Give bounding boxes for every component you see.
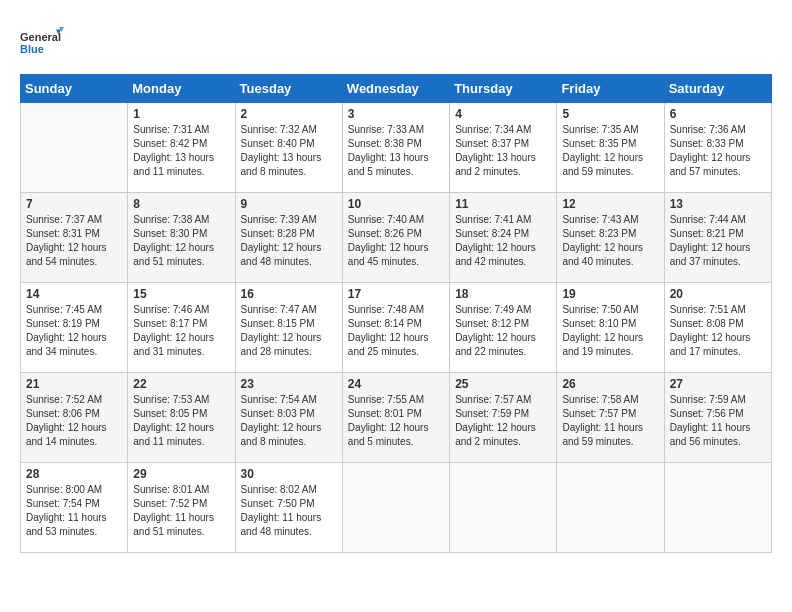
day-number: 15 — [133, 287, 229, 301]
cell-info: Sunrise: 7:58 AMSunset: 7:57 PMDaylight:… — [562, 393, 658, 449]
day-number: 17 — [348, 287, 444, 301]
calendar-week-row: 7 Sunrise: 7:37 AMSunset: 8:31 PMDayligh… — [21, 193, 772, 283]
page-header: General Blue — [20, 20, 772, 64]
day-number: 10 — [348, 197, 444, 211]
calendar-cell: 21 Sunrise: 7:52 AMSunset: 8:06 PMDaylig… — [21, 373, 128, 463]
day-number: 6 — [670, 107, 766, 121]
cell-info: Sunrise: 7:44 AMSunset: 8:21 PMDaylight:… — [670, 213, 766, 269]
day-number: 21 — [26, 377, 122, 391]
cell-info: Sunrise: 7:40 AMSunset: 8:26 PMDaylight:… — [348, 213, 444, 269]
cell-info: Sunrise: 7:45 AMSunset: 8:19 PMDaylight:… — [26, 303, 122, 359]
day-number: 9 — [241, 197, 337, 211]
logo-svg: General Blue — [20, 20, 64, 64]
calendar-week-row: 1 Sunrise: 7:31 AMSunset: 8:42 PMDayligh… — [21, 103, 772, 193]
day-number: 18 — [455, 287, 551, 301]
calendar-cell — [664, 463, 771, 553]
cell-info: Sunrise: 7:37 AMSunset: 8:31 PMDaylight:… — [26, 213, 122, 269]
calendar-cell: 19 Sunrise: 7:50 AMSunset: 8:10 PMDaylig… — [557, 283, 664, 373]
calendar-cell: 9 Sunrise: 7:39 AMSunset: 8:28 PMDayligh… — [235, 193, 342, 283]
calendar-cell: 25 Sunrise: 7:57 AMSunset: 7:59 PMDaylig… — [450, 373, 557, 463]
day-number: 13 — [670, 197, 766, 211]
cell-info: Sunrise: 7:59 AMSunset: 7:56 PMDaylight:… — [670, 393, 766, 449]
calendar-cell: 30 Sunrise: 8:02 AMSunset: 7:50 PMDaylig… — [235, 463, 342, 553]
weekday-header-row: SundayMondayTuesdayWednesdayThursdayFrid… — [21, 75, 772, 103]
calendar-week-row: 28 Sunrise: 8:00 AMSunset: 7:54 PMDaylig… — [21, 463, 772, 553]
calendar-cell — [21, 103, 128, 193]
weekday-header: Sunday — [21, 75, 128, 103]
day-number: 30 — [241, 467, 337, 481]
calendar-cell: 1 Sunrise: 7:31 AMSunset: 8:42 PMDayligh… — [128, 103, 235, 193]
day-number: 2 — [241, 107, 337, 121]
calendar-cell: 3 Sunrise: 7:33 AMSunset: 8:38 PMDayligh… — [342, 103, 449, 193]
calendar-week-row: 14 Sunrise: 7:45 AMSunset: 8:19 PMDaylig… — [21, 283, 772, 373]
cell-info: Sunrise: 8:01 AMSunset: 7:52 PMDaylight:… — [133, 483, 229, 539]
weekday-header: Monday — [128, 75, 235, 103]
calendar-cell: 5 Sunrise: 7:35 AMSunset: 8:35 PMDayligh… — [557, 103, 664, 193]
day-number: 28 — [26, 467, 122, 481]
cell-info: Sunrise: 7:55 AMSunset: 8:01 PMDaylight:… — [348, 393, 444, 449]
cell-info: Sunrise: 7:57 AMSunset: 7:59 PMDaylight:… — [455, 393, 551, 449]
cell-info: Sunrise: 7:47 AMSunset: 8:15 PMDaylight:… — [241, 303, 337, 359]
day-number: 11 — [455, 197, 551, 211]
calendar-cell: 12 Sunrise: 7:43 AMSunset: 8:23 PMDaylig… — [557, 193, 664, 283]
calendar-week-row: 21 Sunrise: 7:52 AMSunset: 8:06 PMDaylig… — [21, 373, 772, 463]
cell-info: Sunrise: 8:00 AMSunset: 7:54 PMDaylight:… — [26, 483, 122, 539]
cell-info: Sunrise: 7:39 AMSunset: 8:28 PMDaylight:… — [241, 213, 337, 269]
weekday-header: Wednesday — [342, 75, 449, 103]
calendar-cell: 2 Sunrise: 7:32 AMSunset: 8:40 PMDayligh… — [235, 103, 342, 193]
cell-info: Sunrise: 7:31 AMSunset: 8:42 PMDaylight:… — [133, 123, 229, 179]
calendar-cell: 23 Sunrise: 7:54 AMSunset: 8:03 PMDaylig… — [235, 373, 342, 463]
calendar-cell: 11 Sunrise: 7:41 AMSunset: 8:24 PMDaylig… — [450, 193, 557, 283]
day-number: 7 — [26, 197, 122, 211]
cell-info: Sunrise: 7:33 AMSunset: 8:38 PMDaylight:… — [348, 123, 444, 179]
day-number: 27 — [670, 377, 766, 391]
cell-info: Sunrise: 7:43 AMSunset: 8:23 PMDaylight:… — [562, 213, 658, 269]
svg-text:Blue: Blue — [20, 43, 44, 55]
day-number: 16 — [241, 287, 337, 301]
cell-info: Sunrise: 7:52 AMSunset: 8:06 PMDaylight:… — [26, 393, 122, 449]
calendar-cell: 18 Sunrise: 7:49 AMSunset: 8:12 PMDaylig… — [450, 283, 557, 373]
cell-info: Sunrise: 7:53 AMSunset: 8:05 PMDaylight:… — [133, 393, 229, 449]
calendar-cell: 16 Sunrise: 7:47 AMSunset: 8:15 PMDaylig… — [235, 283, 342, 373]
day-number: 24 — [348, 377, 444, 391]
cell-info: Sunrise: 8:02 AMSunset: 7:50 PMDaylight:… — [241, 483, 337, 539]
calendar-cell: 29 Sunrise: 8:01 AMSunset: 7:52 PMDaylig… — [128, 463, 235, 553]
cell-info: Sunrise: 7:38 AMSunset: 8:30 PMDaylight:… — [133, 213, 229, 269]
calendar-cell — [450, 463, 557, 553]
calendar-cell — [557, 463, 664, 553]
day-number: 3 — [348, 107, 444, 121]
calendar-cell: 27 Sunrise: 7:59 AMSunset: 7:56 PMDaylig… — [664, 373, 771, 463]
calendar-cell: 13 Sunrise: 7:44 AMSunset: 8:21 PMDaylig… — [664, 193, 771, 283]
calendar-cell: 14 Sunrise: 7:45 AMSunset: 8:19 PMDaylig… — [21, 283, 128, 373]
calendar-cell: 15 Sunrise: 7:46 AMSunset: 8:17 PMDaylig… — [128, 283, 235, 373]
cell-info: Sunrise: 7:41 AMSunset: 8:24 PMDaylight:… — [455, 213, 551, 269]
cell-info: Sunrise: 7:36 AMSunset: 8:33 PMDaylight:… — [670, 123, 766, 179]
weekday-header: Friday — [557, 75, 664, 103]
cell-info: Sunrise: 7:34 AMSunset: 8:37 PMDaylight:… — [455, 123, 551, 179]
cell-info: Sunrise: 7:32 AMSunset: 8:40 PMDaylight:… — [241, 123, 337, 179]
day-number: 29 — [133, 467, 229, 481]
calendar-cell: 7 Sunrise: 7:37 AMSunset: 8:31 PMDayligh… — [21, 193, 128, 283]
calendar-cell: 8 Sunrise: 7:38 AMSunset: 8:30 PMDayligh… — [128, 193, 235, 283]
day-number: 22 — [133, 377, 229, 391]
calendar-cell: 28 Sunrise: 8:00 AMSunset: 7:54 PMDaylig… — [21, 463, 128, 553]
weekday-header: Tuesday — [235, 75, 342, 103]
day-number: 8 — [133, 197, 229, 211]
day-number: 1 — [133, 107, 229, 121]
cell-info: Sunrise: 7:54 AMSunset: 8:03 PMDaylight:… — [241, 393, 337, 449]
day-number: 5 — [562, 107, 658, 121]
cell-info: Sunrise: 7:49 AMSunset: 8:12 PMDaylight:… — [455, 303, 551, 359]
calendar-cell: 4 Sunrise: 7:34 AMSunset: 8:37 PMDayligh… — [450, 103, 557, 193]
logo: General Blue — [20, 20, 64, 64]
calendar-cell — [342, 463, 449, 553]
cell-info: Sunrise: 7:50 AMSunset: 8:10 PMDaylight:… — [562, 303, 658, 359]
weekday-header: Thursday — [450, 75, 557, 103]
day-number: 4 — [455, 107, 551, 121]
calendar-cell: 24 Sunrise: 7:55 AMSunset: 8:01 PMDaylig… — [342, 373, 449, 463]
day-number: 14 — [26, 287, 122, 301]
calendar-cell: 6 Sunrise: 7:36 AMSunset: 8:33 PMDayligh… — [664, 103, 771, 193]
cell-info: Sunrise: 7:35 AMSunset: 8:35 PMDaylight:… — [562, 123, 658, 179]
day-number: 23 — [241, 377, 337, 391]
cell-info: Sunrise: 7:48 AMSunset: 8:14 PMDaylight:… — [348, 303, 444, 359]
day-number: 12 — [562, 197, 658, 211]
